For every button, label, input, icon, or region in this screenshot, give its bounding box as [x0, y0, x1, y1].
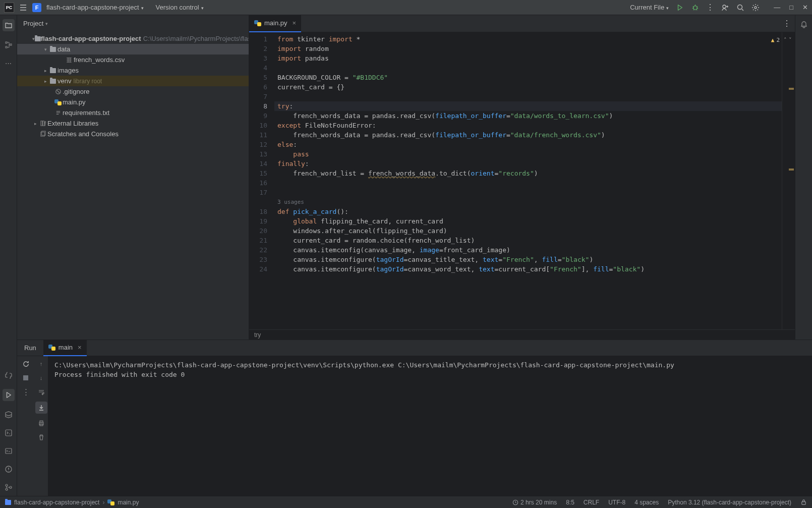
ide-logo-icon: PC — [4, 3, 14, 13]
svg-rect-7 — [6, 430, 12, 436]
down-icon[interactable]: ↓ — [37, 373, 46, 382]
run-tool-icon[interactable] — [3, 389, 15, 401]
svg-rect-5 — [6, 46, 7, 48]
search-icon[interactable] — [736, 4, 744, 12]
status-line-sep[interactable]: CRLF — [584, 499, 599, 506]
svg-rect-18 — [41, 131, 45, 135]
project-tool-icon[interactable] — [3, 19, 15, 31]
status-indent[interactable]: 4 spaces — [634, 499, 659, 506]
right-tool-strip — [795, 15, 812, 340]
chevron-down-icon[interactable]: ▾ — [45, 21, 48, 26]
settings-icon[interactable] — [751, 4, 760, 12]
editor-body[interactable]: 123456789101112131415161718192021222324 … — [249, 32, 795, 329]
status-encoding[interactable]: UTF-8 — [608, 499, 625, 506]
tree-file-gitignore[interactable]: .gitignore — [17, 86, 249, 97]
soft-wrap-icon[interactable] — [37, 387, 46, 397]
tree-folder-venv[interactable]: ▸ venv library root — [17, 76, 249, 86]
editor-breadcrumb[interactable]: try — [249, 329, 795, 340]
scroll-to-end-icon[interactable] — [35, 402, 47, 414]
print-icon[interactable] — [37, 419, 46, 428]
title-bar: PC F flash-card-app-capstone-project▾ Ve… — [0, 0, 812, 15]
svg-point-2 — [738, 5, 742, 9]
terminal-tool-icon[interactable] — [4, 446, 13, 456]
delete-icon[interactable] — [37, 433, 46, 442]
chevron-right-icon[interactable]: ▸ — [32, 121, 38, 126]
nav-breadcrumb[interactable]: flash-card-app-capstone-project › main.p… — [5, 499, 139, 506]
project-name[interactable]: flash-card-app-capstone-project▾ — [46, 4, 144, 11]
lock-icon[interactable] — [800, 499, 807, 505]
python-console-icon[interactable] — [4, 428, 13, 437]
warning-marker[interactable] — [789, 168, 794, 171]
project-panel-title[interactable]: Project — [23, 20, 43, 27]
warning-marker[interactable] — [789, 88, 794, 90]
ignore-file-icon — [53, 88, 63, 95]
run-icon[interactable] — [676, 4, 684, 12]
close-icon[interactable]: ✕ — [802, 4, 808, 11]
tree-file-mainpy[interactable]: main.py — [17, 97, 249, 107]
editor-tabs: main.py × ⋮ — [249, 15, 795, 32]
tree-file-requirements[interactable]: requirements.txt — [17, 107, 249, 118]
svg-rect-4 — [6, 42, 7, 43]
folder-icon — [35, 36, 41, 41]
chevron-up-icon[interactable]: ˄ — [784, 35, 787, 45]
maximize-icon[interactable]: □ — [789, 4, 793, 11]
editor-tab-mainpy[interactable]: main.py × — [249, 15, 301, 32]
notifications-icon[interactable] — [799, 20, 808, 29]
editor-more-icon[interactable]: ⋮ — [783, 20, 791, 28]
svg-rect-6 — [10, 44, 12, 45]
tree-folder-data[interactable]: ▾ data — [17, 44, 249, 54]
main-menu-icon[interactable] — [19, 4, 27, 12]
close-tab-icon[interactable]: × — [78, 344, 82, 351]
run-tab-main[interactable]: main × — [43, 340, 87, 356]
python-file-icon — [53, 99, 63, 106]
status-caret-pos[interactable]: 8:5 — [566, 499, 574, 506]
more-icon[interactable]: ⋮ — [21, 387, 30, 397]
python-packages-icon[interactable] — [4, 371, 13, 380]
chevron-down-icon: ▾ — [666, 6, 669, 11]
run-panel-title: Run — [17, 344, 43, 352]
code-area[interactable]: from tkinter import *import randomimport… — [274, 32, 782, 329]
chevron-down-icon[interactable]: ˅ — [789, 35, 792, 45]
tree-root[interactable]: ▾ flash-card-app-capstone-project C:\Use… — [17, 33, 249, 44]
structure-tool-icon[interactable] — [4, 40, 13, 49]
minimize-icon[interactable]: — — [774, 4, 780, 11]
project-tree[interactable]: ▾ flash-card-app-capstone-project C:\Use… — [17, 32, 249, 340]
svg-point-12 — [10, 486, 12, 488]
stop-icon[interactable] — [21, 373, 30, 382]
status-interpreter[interactable]: Python 3.12 (flash-card-app-capstone-pro… — [668, 499, 791, 506]
chevron-right-icon[interactable]: ▸ — [42, 68, 48, 73]
rerun-icon[interactable] — [21, 359, 30, 368]
svg-rect-14 — [40, 121, 42, 126]
status-time[interactable]: 2 hrs 20 mins — [512, 499, 557, 506]
svg-point-0 — [693, 6, 697, 10]
run-panel-header: Run main × — [17, 340, 812, 356]
editor-gutter[interactable]: 123456789101112131415161718192021222324 — [249, 32, 274, 329]
tree-folder-images[interactable]: ▸ images — [17, 65, 249, 76]
run-output[interactable]: C:\Users\mailm\PycharmProjects\flash-car… — [48, 356, 812, 496]
editor-panel: main.py × ⋮ 1234567891011121314151617181… — [249, 15, 795, 340]
close-tab-icon[interactable]: × — [293, 19, 297, 27]
more-icon[interactable]: ⋮ — [706, 4, 714, 12]
folder-icon — [48, 68, 57, 73]
editor-marker-strip[interactable]: ▲ 2 ˄ ˅ — [782, 32, 795, 329]
run-toolbar-secondary: ↑ ↓ — [34, 356, 48, 496]
tree-external-libs[interactable]: ▸ External Libraries — [17, 118, 249, 129]
status-bar: flash-card-app-capstone-project › main.p… — [0, 496, 812, 508]
inspection-badge[interactable]: ▲ 2 ˄ ˅ — [771, 35, 792, 45]
run-config-selector[interactable]: Current File▾ — [630, 4, 669, 11]
problems-tool-icon[interactable] — [4, 465, 13, 474]
up-icon[interactable]: ↑ — [37, 359, 46, 368]
svg-point-3 — [755, 7, 757, 9]
svg-rect-8 — [6, 448, 12, 454]
services-tool-icon[interactable] — [4, 410, 13, 419]
tree-scratches[interactable]: Scratches and Consoles — [17, 129, 249, 139]
version-control-menu[interactable]: Version control▾ — [156, 4, 204, 11]
svg-rect-23 — [802, 502, 805, 505]
debug-icon[interactable] — [691, 4, 699, 12]
tree-file-csv[interactable]: french_words.csv — [17, 54, 249, 65]
code-with-me-icon[interactable] — [721, 4, 729, 12]
vcs-tool-icon[interactable] — [4, 483, 13, 492]
chevron-down-icon[interactable]: ▾ — [42, 47, 48, 52]
more-tools-icon[interactable]: ⋯ — [4, 59, 13, 68]
chevron-right-icon[interactable]: ▸ — [42, 79, 48, 84]
